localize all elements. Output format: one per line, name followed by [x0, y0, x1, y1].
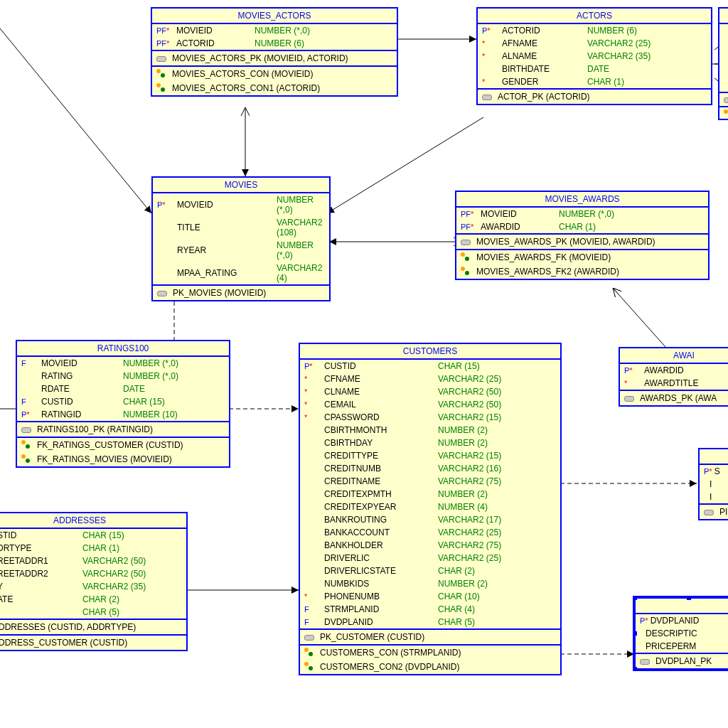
entity-movies-awards[interactable]: MOVIES_AWARDS PF*MOVIEIDNUMBER (*,0)PF*A… — [455, 191, 710, 280]
column-row: CREDITEXPYEARNUMBER (4) — [300, 500, 560, 513]
pk-icon — [461, 237, 473, 246]
column-row: P*CUSTIDCHAR (15) — [300, 360, 560, 373]
fk-icon — [21, 454, 34, 464]
column-row: PF*MOVIEIDNUMBER (*,0) — [456, 208, 708, 220]
column-row: I — [700, 491, 728, 503]
pk-icon — [304, 633, 317, 641]
entity-addresses[interactable]: ADDRESSES STIDCHAR (15)DRTYPECHAR (1)REE… — [0, 512, 188, 651]
entity-customers[interactable]: CUSTOMERS P*CUSTIDCHAR (15)*CFNAMEVARCHA… — [299, 343, 562, 675]
column-row: PF*ACTORIDNUMBER (6) — [152, 37, 397, 50]
column-row: NUMBKIDSNUMBER (2) — [300, 577, 560, 590]
column-row: I — [700, 478, 728, 491]
column-row: FMOVIEIDNUMBER (*,0) — [17, 357, 229, 370]
fk-row: FK_RATINGS_MOVIES (MOVIEID) — [17, 452, 229, 466]
column-row: P*RATINGIDNUMBER (10) — [17, 408, 229, 421]
pk-icon — [482, 92, 495, 101]
fk-icon — [461, 252, 473, 262]
fk-row: FK_RATINGS_CUSTOMER (CUSTID) — [17, 438, 229, 452]
entity-title: MOVIES_ACTORS — [152, 9, 397, 24]
fk-row: ADDRESS_CUSTOMER (CUSTID) — [0, 636, 186, 650]
column-row: P*S — [700, 465, 728, 478]
fk-icon — [156, 83, 169, 93]
fk-row: MOVIES_AWARDS_FK2 (AWARDID) — [456, 264, 708, 279]
column-row: P*AWARDID — [620, 364, 728, 377]
pk-icon — [156, 54, 169, 63]
entity-strmplan[interactable]: P*SII PI — [698, 448, 728, 520]
column-row: *CEMAILVARCHAR2 (50) — [300, 398, 560, 411]
column-row: CREDITEXPMTHNUMBER (2) — [300, 488, 560, 500]
fk-row: CUSTOMERS_CON2 (DVDPLANID) — [300, 660, 560, 674]
column-row: DRIVERLICVARCHAR2 (25) — [300, 552, 560, 564]
column-row: YVARCHAR2 (35) — [0, 580, 186, 593]
entity-awards[interactable]: AWAI P*AWARDID*AWARDTITLE AWARDS_PK (AWA — [619, 347, 728, 407]
pk-icon — [724, 95, 728, 104]
column-row: BIRTHDATEDATE — [478, 63, 711, 75]
column-row: CREDITNUMBVARCHAR2 (16) — [300, 462, 560, 475]
column-row: *PHONENUMBCHAR (10) — [300, 590, 560, 603]
fk-icon — [304, 662, 317, 672]
svg-line-2 — [0, 28, 151, 213]
column-row: TITLEVARCHAR2 (108) — [153, 216, 329, 239]
column-row: DRTYPECHAR (1) — [0, 542, 186, 555]
column-row: RATINGNUMBER (*,0) — [17, 370, 229, 382]
fk-icon — [461, 267, 473, 277]
column-row: CREDITTYPEVARCHAR2 (15) — [300, 449, 560, 462]
entity-partial-top[interactable] — [718, 7, 728, 120]
column-row: STIDCHAR (15) — [0, 529, 186, 542]
column-row: CBIRTHMONTHNUMBER (2) — [300, 424, 560, 437]
column-row: FDVDPLANIDCHAR (5) — [300, 616, 560, 628]
entity-ratings100[interactable]: RATINGS100 FMOVIEIDNUMBER (*,0)RATINGNUM… — [16, 340, 230, 468]
fk-row: MOVIES_ACTORS_CON1 (ACTORID) — [152, 81, 397, 95]
column-row: BANKACCOUNTVARCHAR2 (25) — [300, 526, 560, 539]
column-row: *GENDERCHAR (1) — [478, 75, 711, 88]
column-row: PRICEPERM — [636, 640, 728, 653]
column-row: *AWARDTITLE — [620, 377, 728, 390]
column-row: REETADDR2VARCHAR2 (50) — [0, 567, 186, 580]
column-row: *AFNAMEVARCHAR2 (25) — [478, 37, 711, 50]
column-row: DRIVERLICSTATECHAR (2) — [300, 564, 560, 577]
column-row: PF*AWARDIDCHAR (1) — [456, 220, 708, 233]
entity-movies-actors[interactable]: MOVIES_ACTORS PF*MOVIEIDNUMBER (*,0)PF*A… — [151, 7, 398, 97]
column-row: CHAR (5) — [0, 606, 186, 619]
fk-row: CUSTOMERS_CON (STRMPLANID) — [300, 646, 560, 660]
fk-row: MOVIES_ACTORS_CON (MOVIEID) — [152, 67, 397, 81]
column-row: *CLNAMEVARCHAR2 (50) — [300, 385, 560, 398]
fk-icon — [304, 648, 317, 658]
column-row: CBIRTHDAYNUMBER (2) — [300, 437, 560, 449]
column-row: P*DVDPLANID — [636, 614, 728, 627]
fk-icon — [156, 69, 169, 79]
svg-line-6 — [619, 294, 672, 354]
pk-icon — [21, 425, 34, 434]
entity-actors[interactable]: ACTORS P*ACTORIDNUMBER (6)*AFNAMEVARCHAR… — [476, 7, 712, 105]
columns-section: PF*MOVIEIDNUMBER (*,0)PF*ACTORIDNUMBER (… — [152, 24, 397, 51]
fk-row: MOVIES_AWARDS_FK (MOVIEID) — [456, 250, 708, 264]
column-row: BANKROUTINGVARCHAR2 (17) — [300, 513, 560, 526]
fk-icon — [724, 109, 728, 119]
column-row: *ALNAMEVARCHAR2 (35) — [478, 50, 711, 63]
column-row: *CPASSWORDVARCHAR2 (15) — [300, 411, 560, 424]
pk-icon — [704, 508, 717, 516]
column-row: PF*MOVIEIDNUMBER (*,0) — [152, 24, 397, 37]
column-row: REETADDR1VARCHAR2 (50) — [0, 555, 186, 567]
column-row: BANKHOLDERVARCHAR2 (75) — [300, 539, 560, 552]
column-row: P*MOVIEIDNUMBER (*,0) — [153, 193, 329, 216]
column-row: RYEARNUMBER (*,0) — [153, 239, 329, 262]
pk-icon — [640, 657, 653, 665]
pk-icon — [157, 289, 170, 297]
column-row: ATECHAR (2) — [0, 593, 186, 606]
column-row: DESCRIPTIC — [636, 627, 728, 640]
column-row: CREDITNAMEVARCHAR2 (75) — [300, 475, 560, 488]
fk-icon — [21, 440, 34, 450]
pk-icon — [624, 394, 637, 402]
column-row: *CFNAMEVARCHAR2 (25) — [300, 373, 560, 385]
column-row: RDATEDATE — [17, 382, 229, 395]
column-row: FSTRMPLANIDCHAR (4) — [300, 603, 560, 616]
entity-dvdplan[interactable]: P*DVDPLANIDDESCRIPTICPRICEPERM DVDPLAN_P… — [634, 597, 728, 670]
column-row: FCUSTIDCHAR (15) — [17, 395, 229, 408]
column-row: MPAA_RATINGVARCHAR2 (4) — [153, 262, 329, 284]
column-row: P*ACTORIDNUMBER (6) — [478, 24, 711, 37]
entity-movies[interactable]: MOVIES P*MOVIEIDNUMBER (*,0)TITLEVARCHAR… — [151, 176, 331, 301]
